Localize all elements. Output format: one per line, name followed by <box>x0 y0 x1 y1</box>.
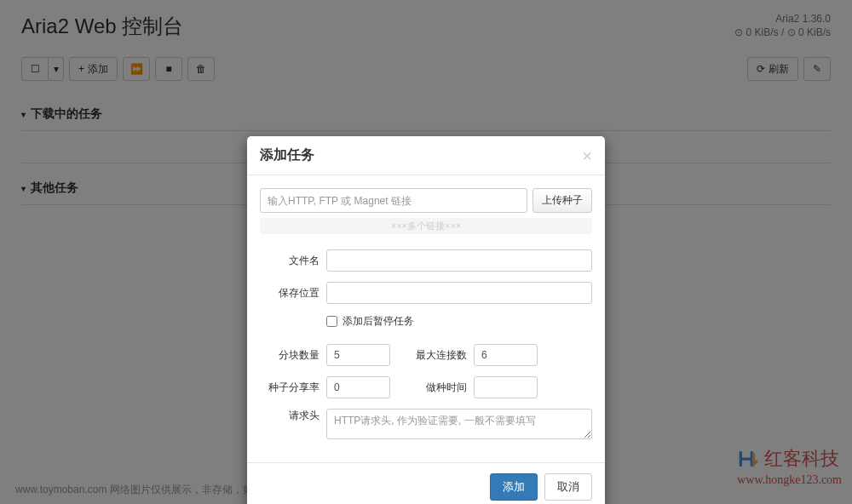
filename-input[interactable] <box>326 249 592 272</box>
cancel-button[interactable]: 取消 <box>544 473 592 501</box>
modal-title: 添加任务 <box>260 146 582 164</box>
pause-checkbox-label: 添加后暂停任务 <box>343 314 414 329</box>
url-input[interactable] <box>260 188 527 213</box>
confirm-button[interactable]: 添加 <box>490 473 538 501</box>
reqheader-input[interactable] <box>326 409 592 439</box>
upload-torrent-button[interactable]: 上传种子 <box>532 188 592 213</box>
close-icon[interactable]: × <box>582 147 592 164</box>
pause-checkbox[interactable] <box>326 316 337 327</box>
split-input[interactable] <box>326 344 390 366</box>
reqheader-label: 请求头 <box>260 409 320 423</box>
filename-label: 文件名 <box>260 254 320 268</box>
seedtime-label: 做种时间 <box>407 381 467 395</box>
savepath-label: 保存位置 <box>260 286 320 301</box>
savepath-input[interactable] <box>326 282 592 304</box>
more-links-bar[interactable]: ×××多个链接××× <box>260 218 592 234</box>
ratio-label: 种子分享率 <box>260 381 320 395</box>
ratio-input[interactable] <box>326 376 390 398</box>
conn-input[interactable] <box>474 344 538 366</box>
seedtime-input[interactable] <box>474 376 538 398</box>
split-label: 分块数量 <box>260 348 320 363</box>
conn-label: 最大连接数 <box>407 348 467 363</box>
add-task-modal: 添加任务 × 上传种子 ×××多个链接××× 文件名 保存位置 添加后暂停任务 … <box>247 136 605 504</box>
